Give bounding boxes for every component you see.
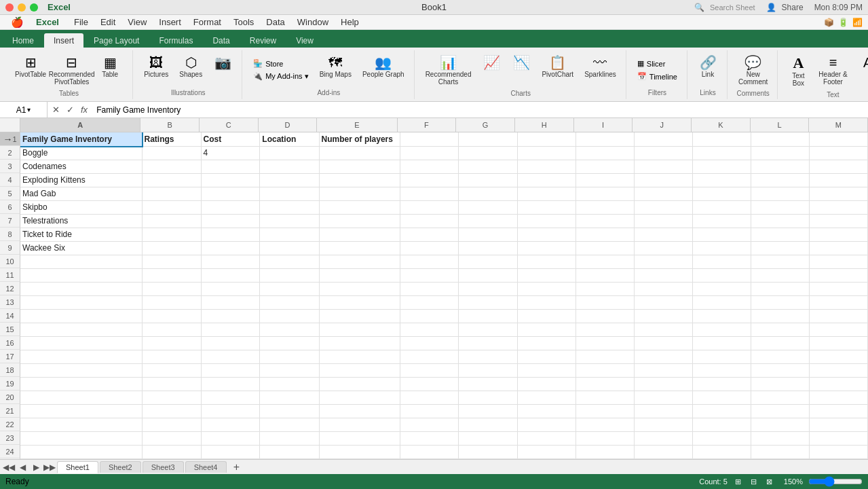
menu-window[interactable]: Window: [292, 16, 334, 29]
col-header-i[interactable]: I: [574, 118, 633, 132]
cell-B12[interactable]: [142, 282, 201, 295]
cell-I3[interactable]: [575, 160, 634, 173]
cell-A4[interactable]: Exploding Kittens: [20, 173, 142, 187]
cell-I13[interactable]: [575, 295, 634, 309]
col-header-m[interactable]: M: [809, 118, 868, 132]
row-num-20[interactable]: 20: [0, 391, 20, 404]
cell-K7[interactable]: [692, 214, 751, 228]
cell-M3[interactable]: [809, 160, 867, 173]
cell-A24[interactable]: [20, 445, 142, 458]
cell-I23[interactable]: [575, 431, 634, 445]
cell-L9[interactable]: [751, 241, 809, 255]
cell-I7[interactable]: [575, 214, 634, 228]
cell-D25[interactable]: [260, 458, 319, 459]
cell-M6[interactable]: [809, 200, 867, 214]
cell-L11[interactable]: [751, 268, 809, 282]
cell-A16[interactable]: [20, 336, 142, 350]
col-header-g[interactable]: G: [456, 118, 515, 132]
cell-B9[interactable]: [142, 241, 201, 255]
cell-M9[interactable]: [809, 241, 867, 255]
cell-I1[interactable]: [575, 132, 634, 146]
cell-F20[interactable]: [400, 391, 459, 404]
cell-K20[interactable]: [692, 391, 751, 404]
cell-L18[interactable]: [751, 363, 809, 377]
row-num-19[interactable]: 19: [0, 377, 20, 391]
cell-H24[interactable]: [517, 445, 575, 458]
cell-K1[interactable]: [692, 132, 751, 146]
cell-G10[interactable]: [459, 255, 517, 268]
cell-F18[interactable]: [400, 363, 459, 377]
cell-K8[interactable]: [692, 228, 751, 241]
minimize-button[interactable]: [18, 3, 26, 12]
col-header-h[interactable]: H: [515, 118, 574, 132]
cell-G9[interactable]: [459, 241, 517, 255]
cell-B11[interactable]: [142, 268, 201, 282]
cell-G2[interactable]: [459, 146, 517, 160]
cell-I19[interactable]: [575, 377, 634, 391]
cell-E9[interactable]: [319, 241, 400, 255]
cell-A21[interactable]: [20, 404, 142, 418]
cell-G15[interactable]: [459, 323, 517, 336]
cell-A11[interactable]: [20, 268, 142, 282]
cell-L23[interactable]: [751, 431, 809, 445]
row-num-2[interactable]: 2: [0, 146, 20, 160]
close-button[interactable]: [5, 3, 14, 12]
cell-G8[interactable]: [459, 228, 517, 241]
cell-K18[interactable]: [692, 363, 751, 377]
cell-M25[interactable]: [809, 458, 867, 459]
cell-F15[interactable]: [400, 323, 459, 336]
cell-E23[interactable]: [319, 431, 400, 445]
tab-formulas[interactable]: Formulas: [149, 33, 202, 48]
cell-A9[interactable]: Wackee Six: [20, 241, 142, 255]
cell-E10[interactable]: [319, 255, 400, 268]
cell-G14[interactable]: [459, 309, 517, 323]
cell-H22[interactable]: [517, 418, 575, 431]
confirm-formula-button[interactable]: ✓: [64, 105, 76, 115]
cell-H6[interactable]: [517, 200, 575, 214]
sheet-nav-last[interactable]: ▶▶: [43, 461, 56, 473]
cell-D17[interactable]: [260, 350, 319, 363]
cell-K9[interactable]: [692, 241, 751, 255]
cell-C12[interactable]: [201, 282, 260, 295]
cell-I2[interactable]: [575, 146, 634, 160]
cell-C8[interactable]: [201, 228, 260, 241]
cell-J10[interactable]: [634, 255, 692, 268]
cell-D4[interactable]: [260, 173, 319, 187]
cell-M21[interactable]: [809, 404, 867, 418]
cell-G12[interactable]: [459, 282, 517, 295]
cell-B17[interactable]: [142, 350, 201, 363]
cell-G18[interactable]: [459, 363, 517, 377]
cell-E25[interactable]: [319, 458, 400, 459]
cell-J7[interactable]: [634, 214, 692, 228]
cell-L20[interactable]: [751, 391, 809, 404]
cell-A20[interactable]: [20, 391, 142, 404]
cell-H5[interactable]: [517, 187, 575, 200]
cell-G20[interactable]: [459, 391, 517, 404]
cell-J4[interactable]: [634, 173, 692, 187]
menu-excel[interactable]: Excel: [31, 16, 64, 29]
tab-review[interactable]: Review: [240, 33, 286, 48]
cell-E19[interactable]: [319, 377, 400, 391]
cell-E6[interactable]: [319, 200, 400, 214]
row-num-15[interactable]: 15: [0, 323, 20, 336]
menu-view[interactable]: View: [122, 16, 152, 29]
sheet-nav-first[interactable]: ◀◀: [3, 461, 15, 473]
row-num-25[interactable]: 25: [0, 458, 20, 459]
sheet-tab-sheet3[interactable]: Sheet3: [143, 461, 184, 473]
cell-C19[interactable]: [201, 377, 260, 391]
cell-C24[interactable]: [201, 445, 260, 458]
row-num-9[interactable]: 9: [0, 241, 20, 255]
cell-L19[interactable]: [751, 377, 809, 391]
cell-E13[interactable]: [319, 295, 400, 309]
cell-B5[interactable]: [142, 187, 201, 200]
cell-F4[interactable]: [400, 173, 459, 187]
cell-A15[interactable]: [20, 323, 142, 336]
cell-F17[interactable]: [400, 350, 459, 363]
row-num-11[interactable]: 11: [0, 268, 20, 282]
cell-K13[interactable]: [692, 295, 751, 309]
people-graph-button[interactable]: 👥 People Graph: [358, 53, 409, 81]
cell-J15[interactable]: [634, 323, 692, 336]
cell-A14[interactable]: [20, 309, 142, 323]
cell-K25[interactable]: [692, 458, 751, 459]
cell-J5[interactable]: [634, 187, 692, 200]
